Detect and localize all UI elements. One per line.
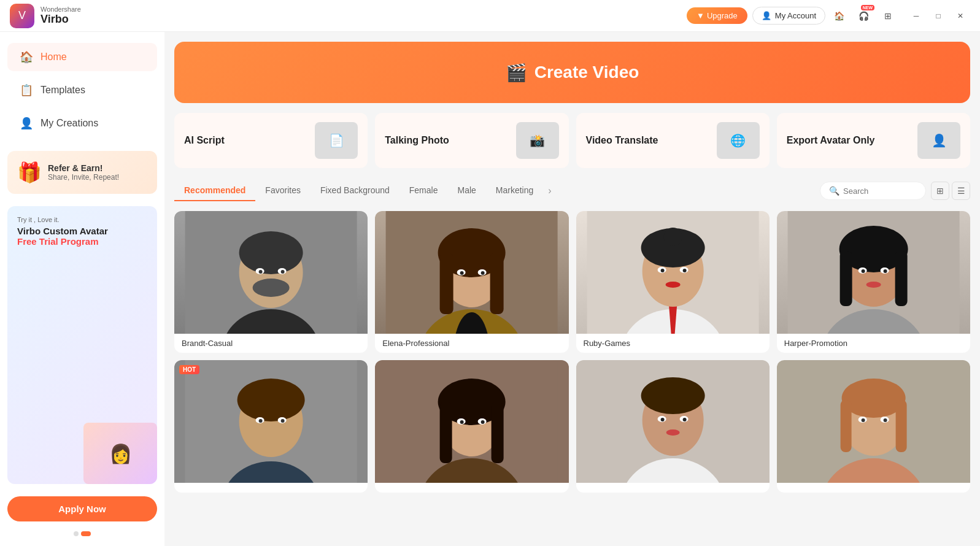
svg-point-88 [883,418,887,422]
dot-2[interactable] [81,531,91,536]
sidebar-item-home[interactable]: 🏠 Home [7,43,157,71]
dot-1[interactable] [74,531,79,536]
my-account-button[interactable]: 👤 My Account [752,7,825,25]
minimize-button[interactable]: ─ [906,6,926,26]
avatar5-name [174,483,368,493]
home-icon: 🏠 [20,50,33,64]
promo2-image: 👩 [83,423,157,484]
tab-female[interactable]: Female [399,180,448,201]
home-icon-btn[interactable]: 🏠 [830,7,847,25]
avatar-card-harper[interactable]: Harper-Promotion [777,211,970,353]
svg-point-66 [460,420,464,424]
svg-rect-62 [440,402,452,463]
tabs-row: Recommended Favorites Fixed Background F… [174,180,970,201]
avatar-card-7[interactable] [576,360,770,493]
avatar-card-6[interactable] [375,360,568,493]
avatar-card-brandt[interactable]: Brandt-Casual [174,211,368,353]
avatar-card-ruby[interactable]: Ruby-Games [576,211,770,353]
talking-photo-image: 📸 [516,122,559,159]
titlebar: V Wondershare Virbo ▼ Upgrade 👤 My Accou… [0,0,980,32]
avatar-grid: Brandt-Casual [174,211,970,493]
sidebar-creations-label: My Creations [41,118,98,129]
svg-point-21 [481,271,485,275]
tab-favorites[interactable]: Favorites [255,180,311,201]
templates-icon: 📋 [20,83,33,97]
window-controls: ─ □ ✕ [906,6,970,26]
tab-marketing[interactable]: Marketing [486,180,543,201]
harper-portrait [777,211,970,334]
brandt-name: Brandt-Casual [174,334,368,353]
sidebar-item-my-creations[interactable]: 👤 My Creations [7,109,157,137]
svg-point-9 [281,270,285,274]
avatar7-name [576,483,770,493]
export-avatar-card[interactable]: Export Avatar Only 👤 [777,113,970,168]
upgrade-button[interactable]: ▼ Upgrade [687,7,747,24]
svg-point-33 [682,269,686,272]
svg-point-72 [641,377,704,414]
grid-icon-btn[interactable]: ⊞ [879,7,897,25]
apply-now-button[interactable]: Apply Now [7,496,157,521]
avatar-card-8[interactable] [777,360,970,493]
svg-point-34 [665,282,680,288]
avatar-card-elena[interactable]: Elena-Professional [375,211,568,353]
upgrade-icon: ▼ [696,11,704,20]
svg-point-20 [460,271,464,275]
ai-script-label: AI Script [184,134,225,147]
titlebar-right: ▼ Upgrade 👤 My Account 🏠 🎧 NEW ⊞ ─ □ ✕ [687,6,970,26]
svg-point-5 [253,279,290,297]
svg-point-4 [239,231,303,274]
svg-point-32 [660,269,664,272]
video-translate-card[interactable]: Video Translate 🌐 [576,113,770,168]
my-creations-icon: 👤 [20,117,33,130]
svg-point-75 [660,418,664,421]
refer-earn-promo[interactable]: 🎁 Refer & Earn! Share, Invite, Repeat! [7,151,157,194]
grid-view-button[interactable]: ⊞ [931,182,949,200]
ruby-name: Ruby-Games [576,334,770,353]
svg-point-76 [682,418,686,421]
close-button[interactable]: ✕ [951,6,970,26]
create-video-icon: 🎬 [506,63,527,83]
content-area: 🎬 Create Video AI Script 📄 Talking Photo… [164,32,980,546]
app-name: Virbo [41,13,81,26]
app-logo: V [10,4,34,28]
talking-photo-card[interactable]: Talking Photo 📸 [375,113,568,168]
maximize-button[interactable]: □ [928,6,948,26]
promo2-highlight: Free Trial Program [17,236,147,247]
tab-recommended[interactable]: Recommended [174,180,255,201]
sidebar-item-templates[interactable]: 📋 Templates [7,76,157,104]
tab-male[interactable]: Male [447,180,485,201]
avatar5-portrait: HOT [174,360,368,483]
video-translate-image: 🌐 [717,122,760,159]
svg-point-87 [861,418,865,422]
svg-point-45 [861,269,865,273]
avatar-card-5[interactable]: HOT [174,360,368,493]
svg-rect-63 [492,402,504,463]
create-video-banner[interactable]: 🎬 Create Video [174,42,970,103]
export-avatar-image: 👤 [917,122,960,159]
search-input[interactable] [843,186,917,196]
svg-point-8 [259,270,263,274]
svg-point-56 [281,419,285,423]
search-icon: 🔍 [829,186,839,196]
free-trial-promo[interactable]: Try it , Love it. Virbo Custom Avatar Fr… [7,206,157,484]
ai-script-card[interactable]: AI Script 📄 [174,113,368,168]
avatar7-portrait [576,360,770,483]
ai-script-image: 📄 [315,122,358,159]
tabs-more-icon[interactable]: › [543,180,556,201]
svg-point-77 [666,429,679,436]
titlebar-icons: 🏠 🎧 NEW ⊞ [830,7,897,25]
headset-icon-btn[interactable]: 🎧 NEW [855,7,872,25]
svg-point-52 [237,379,305,421]
list-view-button[interactable]: ☰ [952,182,970,200]
tab-fixed-background[interactable]: Fixed Background [311,180,399,201]
avatar8-name [777,483,970,493]
feature-cards: AI Script 📄 Talking Photo 📸 Video Transl… [174,113,970,168]
new-badge: NEW [861,5,874,10]
promo1-subtitle: Share, Invite, Repeat! [48,173,119,182]
avatar6-name [375,483,568,493]
svg-point-29 [663,228,682,246]
create-video-label: Create Video [534,63,639,82]
svg-rect-41 [839,251,852,306]
avatar8-portrait [777,360,970,483]
svg-point-46 [883,269,887,273]
